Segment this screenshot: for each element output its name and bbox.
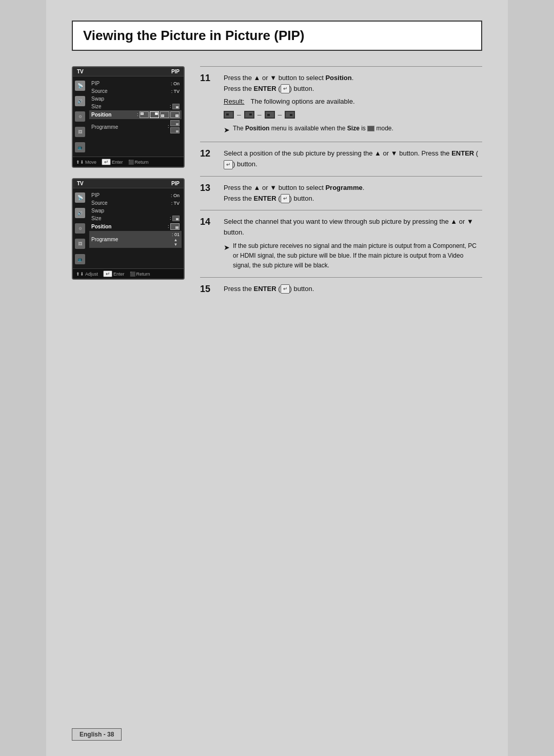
step-12-content: Select a position of the sub picture by … xyxy=(224,148,482,170)
enter-icon-15: ↵ xyxy=(281,284,290,294)
tv-screen-2-footer: ⬆⬇ Adjust ↵ Enter ⬛ Return xyxy=(73,268,184,279)
icon-picture-2: 🖼 xyxy=(75,239,85,249)
dash-2: – xyxy=(258,109,262,120)
step-11-row: 11 Press the ▲ or ▼ button to select Pos… xyxy=(200,73,482,135)
result-label-11: Result: xyxy=(224,96,244,107)
size-icon-1 xyxy=(172,104,180,109)
tv-screen-2-menu: PIP : On Source : TV Swap Size xyxy=(87,190,184,266)
note-arrow-11: ➤ xyxy=(224,124,230,135)
step-11-result-line: Result: The following options are availa… xyxy=(224,96,482,107)
step-15-content: Press the ENTER (↵) button. xyxy=(224,284,482,295)
icon-channel-2: 📺 xyxy=(75,254,85,264)
icon-antenna: 📡 xyxy=(75,81,85,91)
enter-icon-2: ↵ xyxy=(103,270,112,277)
icon-channel: 📺 xyxy=(75,142,85,152)
step-11-section: 11 Press the ▲ or ▼ button to select Pos… xyxy=(200,66,482,142)
step-11-main: Press the ▲ or ▼ button to select Positi… xyxy=(224,73,482,94)
step-14-note: ➤ If the sub picture receives no signal … xyxy=(224,241,482,271)
step-12-text: Select a position of the sub picture by … xyxy=(224,148,482,170)
page-title: Viewing the Picture in Picture (PIP) xyxy=(83,28,471,44)
tv-screen-2-body: 📡 🔊 ⚙ 🖼 📺 PIP : On Source : TV xyxy=(73,188,184,268)
menu-row-swap-2: Swap xyxy=(89,207,182,215)
step-15-num: 15 xyxy=(200,284,215,295)
size-icon-2 xyxy=(172,216,180,221)
step-13-row: 13 Press the ▲ or ▼ button to select Pro… xyxy=(200,183,482,204)
pos-icon-bl xyxy=(265,111,275,119)
pos-icon-br xyxy=(285,111,295,119)
tv-screen-1-menu: PIP : On Source : TV Swap Size xyxy=(87,79,184,154)
step-12-row: 12 Select a position of the sub picture … xyxy=(200,148,482,170)
step-11-content: Press the ▲ or ▼ button to select Positi… xyxy=(224,73,482,135)
menu-row-swap-1: Swap xyxy=(89,95,182,103)
position-icons-row: – – – xyxy=(224,109,482,120)
step-13-content: Press the ▲ or ▼ button to select Progra… xyxy=(224,183,482,204)
menu-row-size-1: Size : xyxy=(89,103,182,110)
pip-label-1: PIP xyxy=(171,69,180,74)
menu-row-programme-2: Programme : 01 ▲ ▼ xyxy=(89,231,182,248)
step-14-num: 14 xyxy=(200,217,215,228)
left-panel: TV PIP 📡 🔊 ⚙ 🖼 📺 PIP : On xyxy=(72,66,185,301)
tv-screen-2-header: TV PIP xyxy=(73,179,184,188)
content-area: TV PIP 📡 🔊 ⚙ 🖼 📺 PIP : On xyxy=(72,66,482,301)
right-panel: 11 Press the ▲ or ▼ button to select Pos… xyxy=(200,66,482,301)
tv-screen-1-icons: 📡 🔊 ⚙ 🖼 📺 xyxy=(73,79,87,154)
tv-screen-1-footer: ⬆⬇ Move ↵ Enter ⬛ Return xyxy=(73,157,184,167)
step-15-row: 15 Press the ENTER (↵) button. xyxy=(200,284,482,295)
footer-page: English - 38 xyxy=(72,728,122,741)
tv-label-1: TV xyxy=(77,69,84,74)
icon-settings-2: ⚙ xyxy=(75,223,85,234)
enter-icon-13: ↵ xyxy=(281,194,290,203)
pip-label-2: PIP xyxy=(171,181,180,186)
enter-icon-11: ↵ xyxy=(281,84,290,93)
tv-screen-1-body: 📡 🔊 ⚙ 🖼 📺 PIP : On Source : TV xyxy=(73,76,184,157)
step-14-text: Select the channel that you want to view… xyxy=(224,217,482,238)
menu-row-position-2: Position : xyxy=(89,222,182,231)
dash-1: – xyxy=(237,109,241,120)
step-12-section: 12 Select a position of the sub picture … xyxy=(200,142,482,176)
pos-icon-tl xyxy=(224,111,234,119)
enter-icon-12: ↵ xyxy=(224,160,233,169)
step-11-num: 11 xyxy=(200,73,215,84)
step-14-row: 14 Select the channel that you want to v… xyxy=(200,217,482,270)
icon-picture: 🖼 xyxy=(75,127,85,137)
icon-settings: ⚙ xyxy=(75,111,85,122)
icon-antenna-2: 📡 xyxy=(75,192,85,203)
step-13-text: Press the ▲ or ▼ button to select Progra… xyxy=(224,183,482,204)
menu-row-programme-1: Programme : xyxy=(89,119,182,134)
step-13-section: 13 Press the ▲ or ▼ button to select Pro… xyxy=(200,176,482,210)
dash-3: – xyxy=(278,109,282,120)
step-11-note: ➤ The Position menu is available when th… xyxy=(224,124,482,135)
step-11-note-text: The Position menu is available when the … xyxy=(233,124,393,133)
step-13-num: 13 xyxy=(200,183,215,194)
step-14-note-text: If the sub picture receives no signal an… xyxy=(233,241,482,271)
menu-row-position-1: Position : xyxy=(89,110,182,119)
icon-speaker-2: 🔊 xyxy=(75,208,85,218)
note-arrow-14: ➤ xyxy=(224,242,230,253)
title-box: Viewing the Picture in Picture (PIP) xyxy=(72,21,482,51)
tv-screen-1-header: TV PIP xyxy=(73,67,184,76)
menu-row-source-1: Source : TV xyxy=(89,87,182,95)
tv-screen-1: TV PIP 📡 🔊 ⚙ 🖼 📺 PIP : On xyxy=(72,66,185,168)
menu-row-pip-2: PIP : On xyxy=(89,191,182,199)
step-14-content: Select the channel that you want to view… xyxy=(224,217,482,270)
tv-screen-2: TV PIP 📡 🔊 ⚙ 🖼 📺 PIP : On xyxy=(72,178,185,280)
menu-row-size-2: Size : xyxy=(89,215,182,222)
tv-label-2: TV xyxy=(77,181,84,186)
menu-row-source-2: Source : TV xyxy=(89,199,182,207)
enter-icon-1: ↵ xyxy=(102,159,111,165)
menu-row-pip-1: PIP : On xyxy=(89,80,182,87)
step-14-section: 14 Select the channel that you want to v… xyxy=(200,210,482,277)
pos-icon-tr xyxy=(244,111,254,119)
step-15-section: 15 Press the ENTER (↵) button. xyxy=(200,277,482,301)
icon-speaker: 🔊 xyxy=(75,96,85,106)
page: Viewing the Picture in Picture (PIP) TV … xyxy=(46,0,508,756)
step-15-text: Press the ENTER (↵) button. xyxy=(224,284,482,295)
step-11-result-text: The following options are available. xyxy=(250,96,354,107)
tv-screen-2-icons: 📡 🔊 ⚙ 🖼 📺 xyxy=(73,190,87,266)
step-12-num: 12 xyxy=(200,148,215,160)
